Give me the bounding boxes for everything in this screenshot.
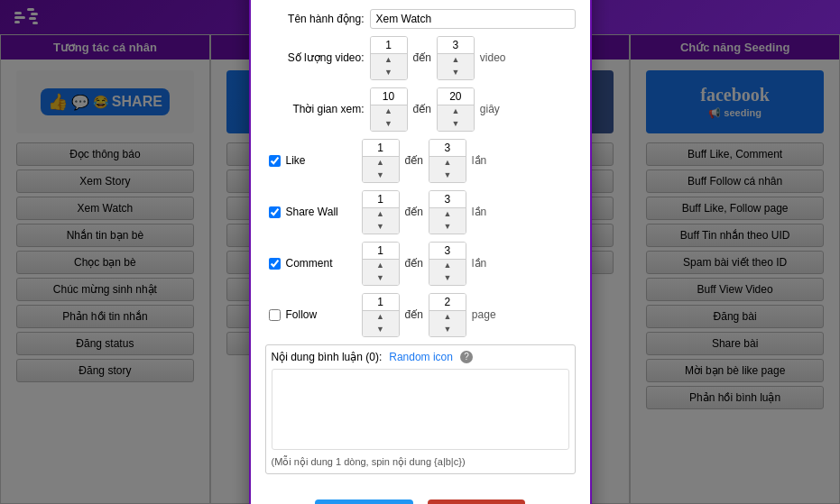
spinner-share-from: ▲ ▼ bbox=[362, 190, 400, 234]
spinner-comment-from: ▲ ▼ bbox=[362, 242, 400, 286]
field-so-luong-video: Số lượng video: ▲ ▼ đến ▲ ▼ video bbox=[265, 36, 576, 80]
spinner-time-to: ▲ ▼ bbox=[437, 87, 475, 132]
to-text-like: đến bbox=[405, 154, 423, 167]
to-text-follow: đến bbox=[405, 308, 423, 321]
field-time-label: Thời gian xem: bbox=[265, 103, 365, 115]
help-icon[interactable]: ? bbox=[460, 351, 473, 363]
spinner-like-from: ▲ ▼ bbox=[362, 139, 400, 183]
spinner-follow-from-input[interactable] bbox=[363, 294, 399, 311]
spinner-time-from: ▲ ▼ bbox=[370, 87, 408, 132]
field-ten-hanh-dong: Tên hành động: bbox=[265, 9, 576, 29]
comment-textarea[interactable] bbox=[272, 369, 569, 450]
spinner-like-from-down[interactable]: ▼ bbox=[363, 170, 399, 182]
spinner-comment-to-down[interactable]: ▼ bbox=[429, 272, 466, 285]
checkbox-row-share: Share Wall ▲ ▼ đến ▲ ▼ lần bbox=[265, 190, 576, 234]
field-video-label: Số lượng video: bbox=[265, 51, 365, 64]
checkbox-share-label: Share Wall bbox=[286, 206, 356, 218]
spinner-like-from-up[interactable]: ▲ bbox=[363, 157, 399, 170]
spinner-video-from-down[interactable]: ▼ bbox=[371, 67, 407, 79]
spinner-video-to-up[interactable]: ▲ bbox=[438, 54, 474, 67]
checkbox-comment[interactable] bbox=[269, 258, 281, 270]
spinner-comment-from-up[interactable]: ▲ bbox=[363, 260, 399, 272]
btn-dong[interactable]: Đóng bbox=[428, 499, 525, 505]
spinner-like-to-up[interactable]: ▲ bbox=[429, 157, 466, 170]
spinner-time-to-up[interactable]: ▲ bbox=[438, 105, 474, 118]
modal-cau-hinh-xem-watch: Cấu hình Xem Watch × Tên hành động: Số l… bbox=[249, 0, 592, 504]
spinner-video-to-down[interactable]: ▼ bbox=[438, 67, 474, 79]
spinner-video-from-up[interactable]: ▲ bbox=[371, 54, 407, 67]
modal-overlay: Cấu hình Xem Watch × Tên hành động: Số l… bbox=[0, 0, 840, 504]
comment-header: Nội dung bình luận (0): Random icon ? bbox=[272, 351, 569, 363]
to-text-share: đến bbox=[405, 206, 423, 218]
spinner-follow-to-down[interactable]: ▼ bbox=[429, 324, 466, 336]
checkbox-share[interactable] bbox=[269, 206, 281, 218]
field-ten-input[interactable] bbox=[370, 9, 576, 29]
random-icon-link[interactable]: Random icon bbox=[389, 351, 453, 363]
modal-footer: Thêm Đóng bbox=[251, 490, 590, 505]
checkbox-row-comment: Comment ▲ ▼ đến ▲ ▼ lần bbox=[265, 242, 576, 286]
spinner-time-from-down[interactable]: ▼ bbox=[371, 118, 407, 131]
btn-them[interactable]: Thêm bbox=[315, 499, 413, 505]
checkbox-follow[interactable] bbox=[269, 309, 281, 321]
field-ten-label: Tên hành động: bbox=[265, 13, 365, 25]
spinner-time-to-input[interactable] bbox=[438, 88, 474, 105]
spinner-time-from-up[interactable]: ▲ bbox=[371, 105, 407, 118]
unit-like: lần bbox=[472, 154, 486, 167]
checkbox-comment-label: Comment bbox=[286, 257, 356, 270]
checkbox-like-label: Like bbox=[286, 154, 356, 167]
spinner-like-to-down[interactable]: ▼ bbox=[429, 170, 466, 182]
spinner-video-to-input[interactable] bbox=[438, 37, 474, 54]
spinner-follow-to: ▲ ▼ bbox=[429, 293, 466, 337]
modal-body: Tên hành động: Số lượng video: ▲ ▼ đến ▲… bbox=[251, 0, 590, 490]
spinner-share-from-input[interactable] bbox=[363, 191, 399, 208]
unit-comment: lần bbox=[472, 257, 486, 270]
spinner-comment-from-input[interactable] bbox=[363, 243, 399, 260]
spinner-share-to-input[interactable] bbox=[429, 191, 466, 208]
spinner-share-to-down[interactable]: ▼ bbox=[429, 221, 466, 234]
comment-label: Nội dung bình luận (0): bbox=[272, 351, 383, 363]
spinner-comment-from-down[interactable]: ▼ bbox=[363, 272, 399, 285]
unit-video: video bbox=[480, 51, 506, 64]
spinner-follow-from: ▲ ▼ bbox=[362, 293, 400, 337]
spinner-video-from-input[interactable] bbox=[371, 37, 407, 54]
comment-section: Nội dung bình luận (0): Random icon ? (M… bbox=[265, 344, 576, 474]
spinner-comment-to-input[interactable] bbox=[429, 243, 466, 260]
to-text-time: đến bbox=[413, 103, 431, 115]
unit-share: lần bbox=[472, 206, 486, 218]
unit-follow: page bbox=[472, 308, 496, 321]
spinner-share-to-up[interactable]: ▲ bbox=[429, 208, 466, 221]
field-thoi-gian-xem: Thời gian xem: ▲ ▼ đến ▲ ▼ giây bbox=[265, 87, 576, 132]
spinner-share-to: ▲ ▼ bbox=[429, 190, 466, 234]
checkbox-like[interactable] bbox=[269, 155, 281, 167]
to-text-video: đến bbox=[413, 51, 431, 64]
spinner-share-from-down[interactable]: ▼ bbox=[363, 221, 399, 234]
spinner-share-from-up[interactable]: ▲ bbox=[363, 208, 399, 221]
to-text-comment: đến bbox=[405, 257, 423, 270]
spinner-time-to-down[interactable]: ▼ bbox=[438, 118, 474, 131]
checkbox-row-follow: Follow ▲ ▼ đến ▲ ▼ page bbox=[265, 293, 576, 337]
spinner-comment-to: ▲ ▼ bbox=[429, 242, 466, 286]
spinner-follow-to-input[interactable] bbox=[429, 294, 466, 311]
spinner-like-from-input[interactable] bbox=[363, 140, 399, 157]
spinner-time-from-input[interactable] bbox=[371, 88, 407, 105]
spinner-comment-to-up[interactable]: ▲ bbox=[429, 260, 466, 272]
checkbox-follow-label: Follow bbox=[286, 308, 356, 321]
spinner-video-to: ▲ ▼ bbox=[437, 36, 475, 80]
spinner-follow-from-down[interactable]: ▼ bbox=[363, 324, 399, 336]
spinner-like-to-input[interactable] bbox=[429, 140, 466, 157]
spinner-follow-from-up[interactable]: ▲ bbox=[363, 311, 399, 324]
comment-hint: (Mỗi nội dung 1 dòng, spin nội dung {a|b… bbox=[272, 456, 569, 468]
checkbox-row-like: Like ▲ ▼ đến ▲ ▼ lần bbox=[265, 139, 576, 183]
spinner-follow-to-up[interactable]: ▲ bbox=[429, 311, 466, 324]
spinner-video-from: ▲ ▼ bbox=[370, 36, 408, 80]
unit-time: giây bbox=[480, 103, 500, 115]
spinner-like-to: ▲ ▼ bbox=[429, 139, 466, 183]
